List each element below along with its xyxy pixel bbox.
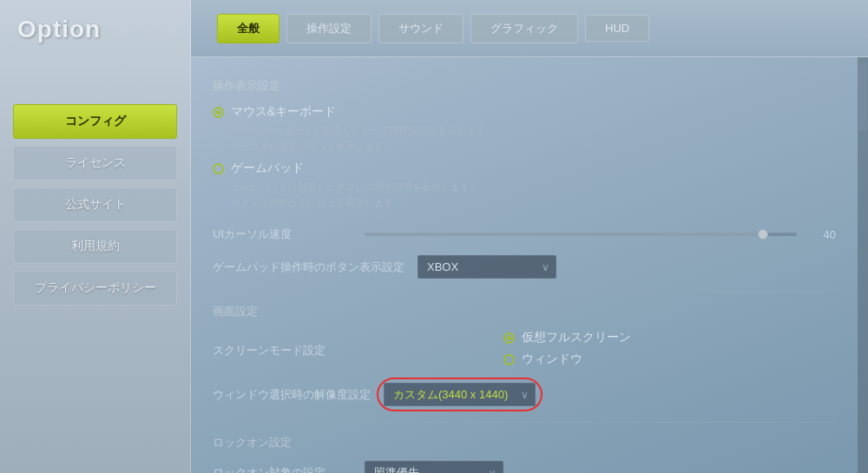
gamepad-button-select[interactable]: XBOX — [418, 255, 556, 279]
window-mode-label: ウィンドウ — [522, 351, 582, 367]
gamepad-button-select-wrapper: XBOX — [418, 255, 556, 279]
sidebar-item-privacy[interactable]: プライバシーポリシー — [13, 271, 177, 305]
window-resolution-select-wrapper: カスタム(3440 x 1440) — [384, 383, 536, 406]
window-mode-radio[interactable] — [503, 354, 515, 365]
gamepad-button-row: ゲームパッド操作時のボタン表示設定 XBOX — [213, 255, 836, 279]
lockon-section: ロックオン設定 ロックオン対象の設定 照準優先 オートロックオン設定 有効 — [213, 435, 836, 473]
lockon-target-row: ロックオン対象の設定 照準優先 — [213, 461, 836, 473]
lockon-title: ロックオン設定 — [213, 435, 836, 450]
mouse-keyboard-radio-row: マウス&キーボード — [213, 104, 836, 120]
ui-cursor-row: UIカーソル速度 40 — [213, 226, 836, 243]
sidebar-menu: コンフィグ ライセンス 公式サイト 利用規約 プライバシーポリシー — [0, 104, 190, 305]
display-input-section: 操作表示設定 マウス&キーボード マウス&キーボードに対応したキーで操作説明を表… — [213, 78, 836, 210]
gamepad-radio[interactable] — [213, 163, 224, 174]
screen-mode-group: 仮想フルスクリーン ウィンドウ — [503, 330, 631, 371]
ui-cursor-value: 40 — [810, 228, 836, 241]
display-input-title: 操作表示設定 — [213, 78, 836, 94]
virtual-fullscreen-radio[interactable] — [503, 332, 515, 344]
tab-graphics[interactable]: グラフィック — [470, 14, 578, 43]
lockon-target-select-wrapper: 照準優先 — [365, 461, 503, 473]
window-resolution-row: ウィンドウ選択時の解像度設定 カスタム(3440 x 1440) — [213, 383, 836, 406]
tab-all[interactable]: 全般 — [217, 14, 279, 43]
sidebar-item-official[interactable]: 公式サイト — [13, 187, 177, 222]
app-title: Option — [0, 0, 190, 52]
mouse-keyboard-label: マウス&キーボード — [231, 104, 336, 120]
inner-select-wrapper: カスタム(3440 x 1440) — [384, 383, 536, 406]
ui-cursor-label: UIカーソル速度 — [213, 227, 352, 242]
screen-mode-row: スクリーンモード設定 仮想フルスクリーン ウィンドウ — [213, 330, 836, 371]
screen-section: 画面設定 スクリーンモード設定 仮想フルスクリーン ウィンドウ ウィンドウ選択時… — [213, 304, 836, 406]
gamepad-desc: ゲームパッドに対応したボタンで操作説明を表示します。 ボタンは操作設定に従って表… — [231, 180, 836, 210]
gamepad-button-label: ゲームパッド操作時のボタン表示設定 — [213, 259, 404, 275]
lockon-target-label: ロックオン対象の設定 — [213, 465, 352, 473]
slider-thumb[interactable] — [758, 229, 768, 240]
slider-track — [365, 233, 797, 236]
divider-2 — [213, 422, 836, 423]
screen-title: 画面設定 — [213, 304, 836, 319]
slider-fill — [365, 233, 762, 236]
tab-controls[interactable]: 操作設定 — [286, 14, 372, 43]
mouse-keyboard-desc1: マウス&キーボードに対応したキーで操作説明を表示します。 キーは操作設定に従って… — [231, 123, 836, 154]
divider-1 — [213, 291, 836, 292]
virtual-fullscreen-label: 仮想フルスクリーン — [522, 330, 631, 345]
gamepad-label: ゲームパッド — [231, 161, 304, 176]
screen-mode-label: スクリーンモード設定 — [213, 343, 352, 358]
sidebar-item-license[interactable]: ライセンス — [13, 146, 177, 181]
main-content: 操作表示設定 マウス&キーボード マウス&キーボードに対応したキーで操作説明を表… — [191, 57, 858, 473]
sidebar-item-config[interactable]: コンフィグ — [13, 104, 177, 139]
sidebar: Option コンフィグ ライセンス 公式サイト 利用規約 プライバシーポリシー — [0, 0, 191, 473]
tab-hud[interactable]: HUD — [585, 15, 649, 42]
scrollbar-track[interactable] — [858, 57, 868, 473]
sidebar-item-terms[interactable]: 利用規約 — [13, 229, 177, 264]
mouse-keyboard-radio[interactable] — [213, 107, 224, 118]
virtual-fullscreen-row: 仮想フルスクリーン — [503, 330, 631, 345]
window-resolution-select[interactable]: カスタム(3440 x 1440) — [384, 383, 536, 406]
ui-cursor-slider[interactable] — [365, 226, 797, 243]
tab-bar: 全般 操作設定 サウンド グラフィック HUD — [191, 0, 868, 57]
window-mode-row: ウィンドウ — [503, 351, 631, 367]
tab-sound[interactable]: サウンド — [378, 14, 464, 43]
lockon-target-select[interactable]: 照準優先 — [365, 461, 503, 473]
scrollbar-thumb[interactable] — [858, 62, 867, 131]
window-resolution-label: ウィンドウ選択時の解像度設定 — [213, 387, 371, 403]
gamepad-radio-row: ゲームパッド — [213, 161, 836, 176]
